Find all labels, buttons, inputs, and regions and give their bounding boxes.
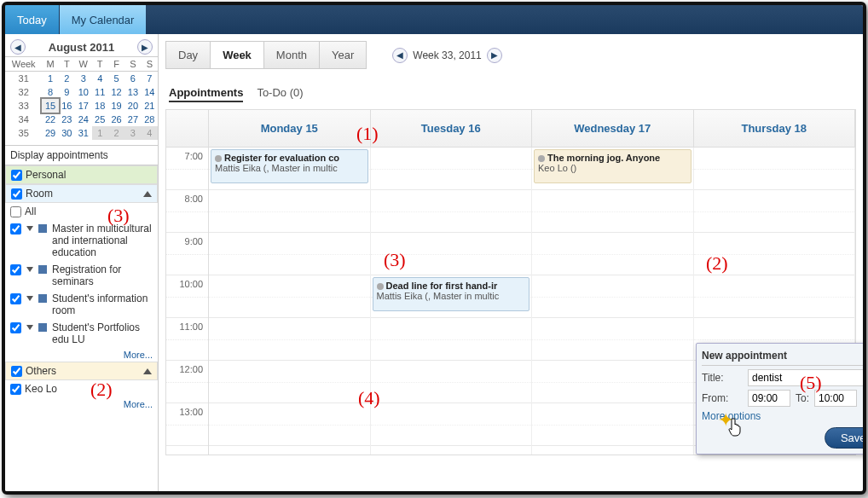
room-item-checkbox[interactable]: [10, 293, 21, 304]
minical-day[interactable]: 2: [59, 72, 75, 86]
room-item-checkbox[interactable]: [10, 223, 21, 235]
time-slot[interactable]: [532, 275, 693, 318]
day-column[interactable]: Dead line for first hand-irMattis Eika (…: [371, 148, 533, 455]
event[interactable]: Dead line for first hand-irMattis Eika (…: [373, 277, 530, 311]
rooms-more-link[interactable]: More...: [5, 348, 158, 362]
person-checkbox[interactable]: [10, 384, 21, 395]
room-all[interactable]: All: [5, 203, 158, 220]
time-slot[interactable]: [532, 318, 693, 361]
time-slot[interactable]: [371, 361, 532, 403]
tab-today[interactable]: Today: [5, 5, 60, 34]
time-slot[interactable]: [209, 233, 370, 275]
room-item-checkbox[interactable]: [10, 264, 21, 275]
group-personal[interactable]: Personal: [5, 165, 158, 184]
minical-day[interactable]: 19: [108, 99, 124, 113]
day-column[interactable]: Register for evaluation coMattis Eika (,…: [209, 148, 371, 455]
others-checkbox[interactable]: [11, 366, 22, 377]
minical-day[interactable]: 3: [124, 126, 141, 140]
person-keo[interactable]: Keo Lo: [5, 380, 158, 397]
minical-day[interactable]: 27: [124, 113, 141, 126]
dropdown-icon[interactable]: [26, 267, 33, 272]
minical-day[interactable]: 15: [42, 99, 58, 113]
time-slot[interactable]: [532, 361, 693, 403]
room-checkbox[interactable]: [11, 188, 22, 200]
day-header[interactable]: Wednesday 17: [532, 110, 694, 147]
day-header[interactable]: Thursday 18: [694, 110, 856, 147]
day-column[interactable]: The morning jog. AnyoneKeo Lo (): [532, 148, 694, 455]
minical-day[interactable]: 4: [142, 126, 158, 140]
time-slot[interactable]: [371, 148, 532, 190]
week-number[interactable]: 35: [5, 126, 42, 140]
week-number[interactable]: 33: [5, 99, 42, 113]
minical-day[interactable]: 17: [75, 99, 92, 113]
minical-day[interactable]: 11: [92, 85, 108, 99]
to-input[interactable]: [814, 390, 857, 407]
minical-day[interactable]: 5: [108, 72, 124, 86]
minical-day[interactable]: 1: [92, 126, 108, 140]
minical-day[interactable]: 4: [92, 72, 108, 86]
group-others[interactable]: Others: [5, 362, 158, 380]
minical-day[interactable]: 24: [75, 113, 92, 126]
minical-day[interactable]: 14: [142, 85, 158, 99]
minical-day[interactable]: 7: [142, 72, 158, 86]
week-number[interactable]: 32: [5, 85, 42, 99]
time-slot[interactable]: [371, 190, 532, 233]
prev-week-button[interactable]: ◀: [392, 48, 408, 63]
minical-day[interactable]: 12: [108, 85, 124, 99]
week-number[interactable]: 34: [5, 113, 42, 126]
minical-day[interactable]: 28: [142, 113, 158, 126]
minical-day[interactable]: 20: [124, 99, 141, 113]
view-year-button[interactable]: Year: [320, 41, 367, 69]
time-slot[interactable]: [694, 233, 855, 275]
save-button[interactable]: Save: [825, 427, 863, 449]
view-week-button[interactable]: Week: [211, 41, 264, 69]
mini-calendar[interactable]: WeekMTWTFSS 3112345673289101112131433151…: [5, 56, 158, 140]
minical-day[interactable]: 9: [59, 85, 75, 99]
dropdown-icon[interactable]: [26, 296, 33, 301]
room-item[interactable]: Registration for seminars: [5, 261, 158, 290]
prev-month-button[interactable]: ◀: [10, 39, 26, 55]
subtab-appointments[interactable]: Appointments: [169, 86, 243, 102]
week-number[interactable]: 31: [5, 72, 42, 86]
tab-my-calendar[interactable]: My Calendar: [60, 5, 147, 34]
next-month-button[interactable]: ▶: [137, 39, 153, 55]
minical-day[interactable]: 29: [42, 126, 58, 140]
room-item[interactable]: Student's information room: [5, 290, 158, 319]
personal-checkbox[interactable]: [11, 170, 22, 181]
time-slot[interactable]: [694, 190, 855, 233]
time-slot[interactable]: [371, 233, 532, 275]
time-slot[interactable]: [371, 318, 532, 361]
minical-day[interactable]: 16: [59, 99, 75, 113]
minical-day[interactable]: 30: [59, 126, 75, 140]
minical-day[interactable]: 13: [124, 85, 141, 99]
minical-day[interactable]: 25: [92, 113, 108, 126]
group-room[interactable]: Room: [5, 184, 158, 203]
minical-day[interactable]: 10: [75, 85, 92, 99]
from-input[interactable]: [748, 390, 790, 407]
minical-day[interactable]: 6: [124, 72, 141, 86]
room-item[interactable]: Master in multicultural and internationa…: [5, 220, 158, 261]
dropdown-icon[interactable]: [26, 226, 33, 231]
day-header[interactable]: Monday 15: [209, 110, 371, 147]
minical-day[interactable]: 1: [42, 72, 58, 86]
minical-day[interactable]: 3: [75, 72, 92, 86]
time-slot[interactable]: [209, 190, 370, 233]
time-slot[interactable]: [209, 361, 370, 403]
minical-day[interactable]: 31: [75, 126, 92, 140]
minical-day[interactable]: 26: [108, 113, 124, 126]
minical-day[interactable]: 18: [92, 99, 108, 113]
time-slot[interactable]: [532, 403, 693, 446]
day-header[interactable]: Tuesday 16: [371, 110, 533, 147]
all-checkbox[interactable]: [10, 206, 21, 217]
minical-day[interactable]: 22: [42, 113, 58, 126]
room-item[interactable]: Student's Portfolios edu LU: [5, 319, 158, 348]
minical-day[interactable]: 21: [142, 99, 158, 113]
time-slot[interactable]: [209, 403, 370, 446]
more-options-link[interactable]: More options: [702, 410, 761, 422]
dropdown-icon[interactable]: [26, 325, 33, 330]
time-slot[interactable]: [532, 233, 693, 275]
time-slot[interactable]: [371, 403, 532, 446]
event[interactable]: The morning jog. AnyoneKeo Lo (): [534, 149, 692, 183]
caret-up-icon[interactable]: [143, 368, 152, 374]
event[interactable]: Register for evaluation coMattis Eika (,…: [211, 149, 368, 183]
